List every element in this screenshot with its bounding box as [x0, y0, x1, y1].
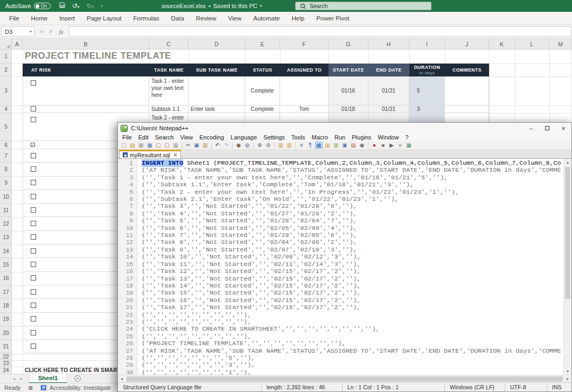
npp-menu-language[interactable]: Language — [227, 134, 260, 141]
macro-record-icon[interactable]: ▦ — [28, 385, 33, 390]
checkbox-row-17[interactable] — [31, 289, 36, 295]
vscroll-thumb[interactable] — [565, 167, 570, 299]
npp-menu-run[interactable]: Run — [331, 134, 348, 141]
ribbon-tab-file[interactable]: File — [3, 12, 25, 25]
row-header-10[interactable]: 10 — [0, 190, 12, 204]
customize-qat-icon[interactable]: ▾ — [101, 4, 103, 9]
notepad-titlebar[interactable]: C:\Users\r Notepad++ – × — [118, 123, 571, 134]
ribbon-tab-insert[interactable]: Insert — [53, 12, 81, 25]
accessibility-status[interactable]: Accessibility: Investigate — [50, 384, 111, 391]
undo-icon[interactable]: ↺▾ — [72, 2, 80, 10]
row-header-5[interactable]: 5 — [0, 113, 12, 141]
ribbon-tab-view[interactable]: View — [222, 12, 248, 25]
open-file-icon[interactable]: ▤ — [129, 142, 136, 149]
save-all-icon[interactable]: ▦ — [146, 142, 154, 149]
row-header-19[interactable]: 19 — [0, 313, 12, 326]
row-header-9[interactable]: 9 — [0, 177, 12, 190]
close-file-icon[interactable]: ▢ — [155, 142, 162, 149]
cell-f4[interactable]: Tom — [280, 106, 329, 113]
row-header-6[interactable]: 6 — [0, 141, 12, 149]
document-list-icon[interactable]: ▣ — [341, 142, 348, 149]
checkbox-row-12[interactable] — [31, 221, 36, 226]
statusbar-eol-format[interactable]: Windows (CR LF) — [444, 383, 505, 391]
checkbox-row-20[interactable] — [31, 330, 36, 335]
npp-menu-edit[interactable]: Edit — [135, 134, 152, 141]
cell-d3[interactable] — [189, 76, 245, 106]
checkbox-row-13[interactable] — [31, 234, 36, 240]
function-list-icon[interactable]: ▤ — [324, 142, 331, 149]
npp-menu-macro[interactable]: Macro — [308, 134, 331, 141]
name-box[interactable]: D3 ▾ — [1, 26, 34, 37]
document-title[interactable]: sourceExcel.xlsx • Saved to this PC ▾ — [162, 0, 262, 12]
checkbox-row-21[interactable] — [31, 344, 36, 349]
copy-icon[interactable]: ▣ — [193, 142, 200, 149]
notepad-window[interactable]: C:\Users\r Notepad++ – × FileEditSearchV… — [117, 122, 572, 392]
close-all-icon[interactable]: ▢ — [163, 142, 171, 149]
cell-j4[interactable] — [445, 106, 489, 113]
checkbox-row-15[interactable] — [31, 262, 36, 267]
run-macro-multiple-icon[interactable]: » — [396, 142, 404, 149]
formula-input[interactable] — [69, 26, 571, 37]
autosave-toggle[interactable]: AutoSave On — [5, 3, 51, 9]
column-header-k[interactable]: K — [489, 39, 515, 50]
scroll-up-icon[interactable]: ▴ — [564, 159, 571, 166]
sheet-nav-arrows[interactable]: ◂ ▸ — [0, 376, 29, 381]
scroll-left-icon[interactable]: ◂ — [118, 375, 125, 382]
sync-vertical-icon[interactable]: ▥ — [277, 142, 284, 149]
search-input[interactable]: Search — [295, 2, 431, 10]
cell-g4[interactable]: 01/18 — [329, 106, 368, 113]
sheet-prev-icon[interactable]: ◂ — [13, 376, 15, 381]
statusbar-insert-mode[interactable]: INS — [547, 383, 571, 391]
row-header-12[interactable]: 12 — [0, 218, 12, 231]
row-header-4[interactable]: 4 — [0, 106, 12, 113]
npp-menu-help[interactable]: ? — [402, 134, 411, 141]
paste-icon[interactable]: ▥ — [201, 142, 209, 149]
column-header-b[interactable]: B — [23, 39, 149, 50]
document-map-icon[interactable]: ▥ — [332, 142, 340, 149]
new-file-icon[interactable]: ▢ — [120, 142, 128, 149]
cancel-icon[interactable]: × — [40, 29, 43, 35]
row-header-17[interactable]: 17 — [0, 285, 12, 299]
select-all-corner[interactable] — [0, 39, 12, 50]
redo-icon[interactable]: ↻▾ — [86, 2, 94, 10]
checkbox-row-18[interactable] — [31, 303, 36, 308]
row-header-21[interactable]: 21 — [0, 340, 12, 353]
save-icon[interactable] — [59, 2, 65, 10]
column-header-g[interactable]: G — [329, 39, 368, 50]
checkbox-row-7[interactable] — [31, 153, 36, 158]
save-icon[interactable]: ▦ — [137, 142, 145, 149]
minimize-icon[interactable]: – — [523, 123, 539, 134]
find-icon[interactable]: ◉ — [235, 142, 242, 149]
ribbon-tab-home[interactable]: Home — [25, 12, 54, 25]
cut-icon[interactable]: ✂ — [184, 142, 192, 149]
cell-e4[interactable]: Complete — [245, 106, 280, 113]
cell-i4[interactable]: 3 — [409, 106, 445, 113]
column-header-f[interactable]: F — [280, 39, 329, 50]
tab-myresultant-sql[interactable]: myResultant.sql ✕ — [119, 150, 181, 158]
column-header-j[interactable]: J — [445, 39, 489, 50]
enter-icon[interactable]: ✓ — [48, 28, 53, 35]
row-header-13[interactable]: 13 — [0, 231, 12, 244]
row-header-7[interactable]: 7 — [0, 149, 12, 163]
checkbox-row-9[interactable] — [31, 180, 36, 185]
statusbar-encoding[interactable]: UTF-8 — [505, 383, 547, 391]
checkbox-row-14[interactable] — [31, 248, 36, 254]
sync-horizontal-icon[interactable]: ▥ — [285, 142, 293, 149]
cell-j3[interactable] — [445, 76, 489, 106]
ribbon-tab-automate[interactable]: Automate — [247, 12, 285, 25]
cell-d4[interactable]: Enter task — [189, 106, 245, 113]
horizontal-scrollbar[interactable]: ◂ ▸ — [118, 375, 571, 382]
cell-c3[interactable]: Task 1 - enter your own text here — [149, 76, 189, 106]
show-all-characters-icon[interactable]: ¶ — [306, 142, 314, 149]
scroll-right-icon[interactable]: ▸ — [564, 375, 571, 382]
ribbon-tab-formulas[interactable]: Formulas — [128, 12, 165, 25]
ribbon-tab-help[interactable]: Help — [285, 12, 310, 25]
play-macro-icon[interactable]: ▶ — [388, 142, 395, 149]
cell-i3[interactable]: 5 — [409, 76, 445, 106]
npp-menu-file[interactable]: File — [119, 134, 135, 141]
cell-g3[interactable]: 01/16 — [329, 76, 368, 106]
row-header-2[interactable]: 2 — [0, 64, 12, 76]
row-header-18[interactable]: 18 — [0, 299, 12, 312]
redo-icon[interactable]: ↷ — [222, 142, 230, 149]
cell-h4[interactable]: 01/21 — [368, 106, 409, 113]
